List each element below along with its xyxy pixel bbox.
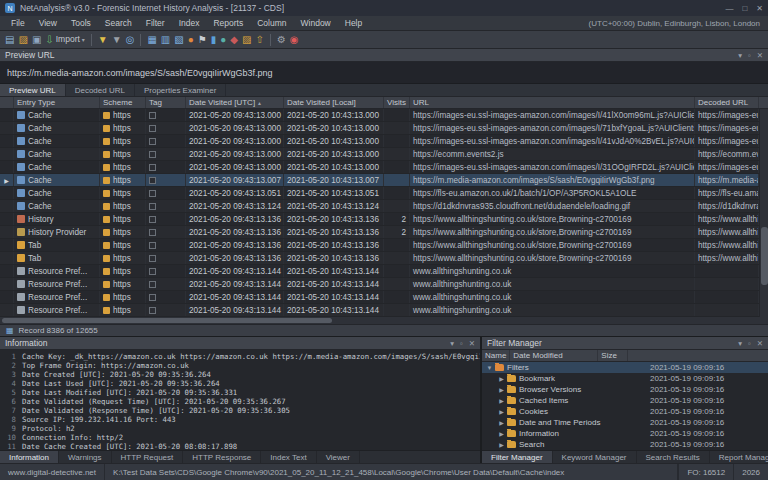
tab-search-results[interactable]: Search Results (637, 451, 710, 463)
tab-viewer[interactable]: Viewer (317, 451, 360, 463)
record-nav-icon[interactable]: ▦ (6, 326, 14, 335)
vertical-scrollbar-thumb[interactable] (761, 227, 768, 285)
chevron-right-icon[interactable]: ▶ (497, 386, 506, 393)
grid-row[interactable]: Resource Pref...https2021-05-20 09:43:13… (0, 278, 759, 291)
tag-checkbox[interactable] (149, 125, 156, 132)
chevron-right-icon[interactable]: ▶ (497, 441, 506, 448)
chevron-down-icon[interactable]: ▼ (485, 365, 494, 371)
grid-view-icon[interactable]: ▦ (147, 35, 156, 45)
filter-tree-item[interactable]: ▶Browser Versions2021-05-19 09:09:16 (482, 384, 768, 395)
grid-row[interactable]: Resource Pref...https2021-05-20 09:43:13… (0, 265, 759, 278)
tag-checkbox[interactable] (149, 229, 156, 236)
grid-row[interactable]: Historyhttps2021-05-20 09:43:13.1362021-… (0, 213, 759, 226)
maximize-button[interactable]: □ (742, 4, 747, 13)
grid-row[interactable]: History Providerhttps2021-05-20 09:43:13… (0, 226, 759, 239)
horizontal-scrollbar-thumb[interactable] (2, 318, 332, 323)
tag-checkbox[interactable] (149, 164, 156, 171)
grid-row[interactable]: Tabhttps2021-05-20 09:43:13.1362021-05-2… (0, 239, 759, 252)
menu-column[interactable]: Column (250, 17, 293, 29)
minimize-button[interactable]: — (725, 4, 733, 13)
tag-checkbox[interactable] (149, 112, 156, 119)
grid-row[interactable]: Cachehttps2021-05-20 09:43:13.0002021-05… (0, 135, 759, 148)
grid-col-date-visited-local[interactable]: Date Visited [Local] (284, 97, 384, 108)
grid-col-scheme[interactable]: Scheme (100, 97, 146, 108)
tag-checkbox[interactable] (149, 255, 156, 262)
filter-tree-item[interactable]: ▶Bookmark2021-05-19 09:09:16 (482, 373, 768, 384)
tab-index-text[interactable]: Index Text (261, 451, 316, 463)
import-button[interactable]: ⇩Import▾ (45, 35, 85, 45)
list-view-icon[interactable]: ▥ (161, 35, 170, 45)
filter-manager-close-panel-icon[interactable]: ✕ (757, 339, 763, 348)
tag-checkbox[interactable] (149, 294, 156, 301)
filter-tree-item[interactable]: ▶Search2021-05-19 09:09:16 (482, 439, 768, 450)
grid-row[interactable]: Cachehttps2021-05-20 09:43:13.0002021-05… (0, 161, 759, 174)
tab-decoded-url[interactable]: Decoded URL (66, 84, 135, 96)
filter-manager-float-icon[interactable]: ▫ (748, 339, 751, 348)
menu-view[interactable]: View (32, 17, 64, 29)
tab-properties-examiner[interactable]: Properties Examiner (135, 84, 226, 96)
grid-row[interactable]: Resource Pref...https2021-05-20 09:43:13… (0, 304, 759, 317)
information-close-panel-icon[interactable]: ✕ (469, 339, 475, 348)
grid-row[interactable]: Cachehttps2021-05-20 09:43:13.0002021-05… (0, 109, 759, 122)
horizontal-scrollbar[interactable] (0, 317, 768, 325)
filter-tree-item[interactable]: ▶Date and Time Periods2021-05-19 09:09:1… (482, 417, 768, 428)
grid-col-decoded-url[interactable]: Decoded URL (695, 97, 759, 108)
tag-checkbox[interactable] (149, 268, 156, 275)
tag-checkbox[interactable] (149, 307, 156, 314)
filter-tree-item[interactable]: ▶Information2021-05-19 09:09:16 (482, 428, 768, 439)
preview-close-panel-icon[interactable]: ✕ (757, 51, 763, 60)
tag-checkbox[interactable] (149, 177, 156, 184)
chevron-right-icon[interactable]: ▶ (497, 375, 506, 382)
chevron-right-icon[interactable]: ▶ (497, 430, 506, 437)
tab-warnings[interactable]: Warnings (59, 451, 112, 463)
filter-manager-pin-icon[interactable]: ▾ (738, 339, 742, 348)
search-icon[interactable]: ◎ (126, 35, 135, 45)
export-icon[interactable]: ⇧ (256, 35, 264, 45)
vertical-scrollbar[interactable] (759, 109, 768, 317)
tab-filter-manager[interactable]: Filter Manager (482, 451, 553, 463)
menu-help[interactable]: Help (338, 17, 369, 29)
grid-row[interactable]: Cachehttps2021-05-20 09:43:13.0512021-05… (0, 187, 759, 200)
tab-keyword-manager[interactable]: Keyword Manager (553, 451, 637, 463)
preview-pin-icon[interactable]: ▾ (738, 51, 742, 60)
menu-tools[interactable]: Tools (64, 17, 98, 29)
new-case-icon[interactable]: ▤ (5, 35, 14, 45)
chevron-right-icon[interactable]: ▶ (497, 408, 506, 415)
filter-icon[interactable]: ▼ (98, 35, 108, 45)
grid-row[interactable]: Cachehttps2021-05-20 09:43:13.0002021-05… (0, 122, 759, 135)
filter-tree-item[interactable]: ▼Filters2021-05-19 09:09:16 (482, 362, 768, 373)
menu-index[interactable]: Index (172, 17, 207, 29)
open-case-icon[interactable]: ▨ (18, 35, 27, 45)
grid-col-entry-type[interactable]: Entry Type (14, 97, 100, 108)
tag-checkbox[interactable] (149, 203, 156, 210)
tab-http-response[interactable]: HTTP Response (183, 451, 261, 463)
tab-http-request[interactable]: HTTP Request (112, 451, 184, 463)
tag-checkbox[interactable] (149, 216, 156, 223)
preview-url-value[interactable]: https://m.media-amazon.com/images/S/sash… (0, 62, 768, 84)
menu-window[interactable]: Window (294, 17, 338, 29)
tag-checkbox[interactable] (149, 138, 156, 145)
grid-row[interactable]: ▶Cachehttps2021-05-20 09:43:13.0072021-0… (0, 174, 759, 187)
grid-row[interactable]: Cachehttps2021-05-20 09:43:13.1242021-05… (0, 200, 759, 213)
grid-col-date-visited-utc[interactable]: Date Visited [UTC]▲ (186, 97, 284, 108)
power-icon[interactable]: ◉ (290, 35, 299, 45)
tab-report-manager[interactable]: Report Manager (710, 451, 768, 463)
tag-icon[interactable]: ◆ (230, 35, 238, 45)
grid-col-tag[interactable]: Tag (146, 97, 186, 108)
tag-checkbox[interactable] (149, 151, 156, 158)
filter-tree-item[interactable]: ▶Cached Items2021-05-19 09:09:16 (482, 395, 768, 406)
tag-checkbox[interactable] (149, 242, 156, 249)
clear-filter-icon[interactable]: ▼ (112, 35, 122, 45)
gallery-view-icon[interactable]: ▧ (174, 35, 183, 45)
flag-icon[interactable]: ⚑ (198, 35, 207, 45)
close-button[interactable]: ✕ (756, 4, 763, 13)
chevron-right-icon[interactable]: ▶ (497, 397, 506, 404)
settings-icon[interactable]: ⚙ (277, 35, 286, 45)
filter-col-size[interactable]: Size (598, 350, 628, 361)
record-icon[interactable]: ● (188, 35, 194, 45)
bookmark-icon[interactable]: ▮ (211, 35, 217, 45)
tag-checkbox[interactable] (149, 190, 156, 197)
menu-filter[interactable]: Filter (139, 17, 172, 29)
grid-col-visits[interactable]: Visits (384, 97, 410, 108)
save-icon[interactable]: ▣ (32, 35, 41, 45)
